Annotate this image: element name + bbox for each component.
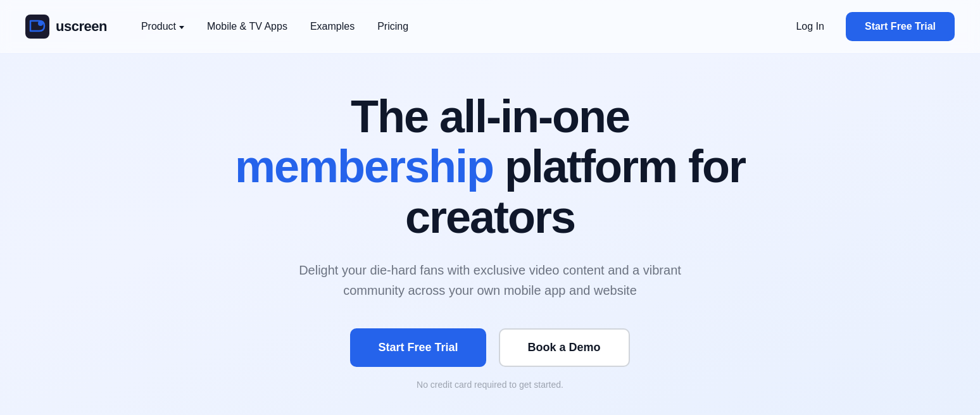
hero-section: The all-in-one membership platform for c… — [0, 54, 980, 415]
nav-examples[interactable]: Examples — [301, 16, 363, 37]
logo-icon — [25, 15, 49, 39]
svg-point-1 — [38, 21, 43, 26]
hero-cta-secondary-button[interactable]: Book a Demo — [499, 328, 630, 367]
logo-text: uscreen — [56, 18, 107, 35]
nav-links: Product Mobile & TV Apps Examples Pricin… — [132, 16, 417, 37]
hero-subtitle: Delight your die-hard fans with exclusiv… — [294, 260, 686, 300]
product-chevron-icon — [179, 26, 184, 29]
nav-pricing[interactable]: Pricing — [368, 16, 417, 37]
hero-cta-primary-button[interactable]: Start Free Trial — [350, 328, 486, 367]
nav-product[interactable]: Product — [132, 16, 193, 37]
hero-note: No credit card required to get started. — [417, 380, 563, 390]
hero-buttons: Start Free Trial Book a Demo — [350, 328, 629, 367]
svg-rect-0 — [25, 15, 49, 39]
nav-cta-button[interactable]: Start Free Trial — [846, 12, 955, 41]
navbar-left: uscreen Product Mobile & TV Apps Example… — [25, 15, 417, 39]
login-link[interactable]: Log In — [787, 16, 832, 37]
navbar-right: Log In Start Free Trial — [787, 12, 955, 41]
nav-mobile-tv[interactable]: Mobile & TV Apps — [198, 16, 296, 37]
logo[interactable]: uscreen — [25, 15, 107, 39]
hero-title: The all-in-one membership platform for c… — [235, 92, 745, 242]
navbar: uscreen Product Mobile & TV Apps Example… — [0, 0, 980, 54]
